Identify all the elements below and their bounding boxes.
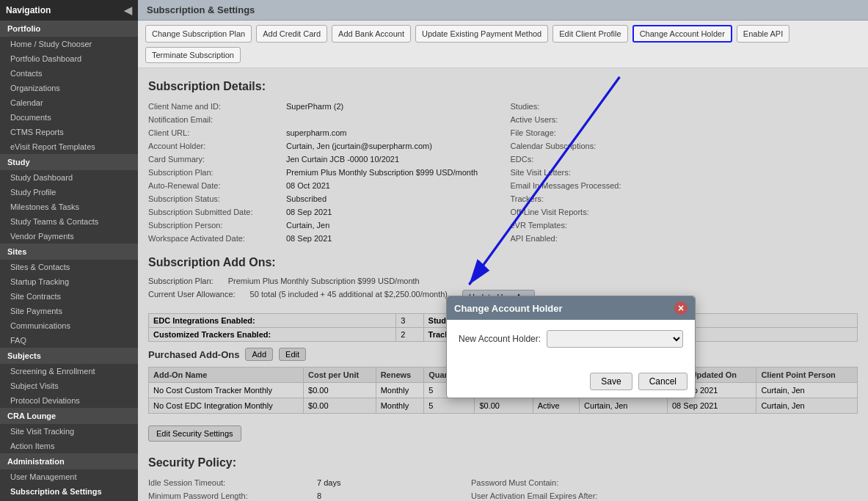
page-header: Subscription & Settings [138, 0, 868, 21]
sidebar-item-study-dashboard[interactable]: Study Dashboard [0, 170, 138, 185]
sidebar-header: Navigation ◀ [0, 0, 138, 21]
sidebar-item-calendar[interactable]: Calendar [0, 95, 138, 110]
sidebar-section-subjects[interactable]: Subjects [0, 348, 138, 364]
sidebar-item-site-payments[interactable]: Site Payments [0, 304, 138, 318]
sidebar-item-milestones[interactable]: Milestones & Tasks [0, 200, 138, 214]
sidebar-item-protocol-deviations[interactable]: Protocol Deviations [0, 393, 138, 408]
new-account-holder-field: New Account Holder: [459, 330, 683, 348]
sidebar-title: Navigation [6, 5, 51, 15]
sidebar-item-startup-tracking[interactable]: Startup Tracking [0, 274, 138, 289]
sidebar-item-organizations[interactable]: Organizations [0, 81, 138, 95]
update-payment-method-button[interactable]: Update Existing Payment Method [415, 25, 548, 43]
sidebar-item-vendor-payments[interactable]: Vendor Payments [0, 229, 138, 244]
sidebar-collapse-btn[interactable]: ◀ [124, 4, 132, 16]
page-title: Subscription & Settings [147, 4, 255, 15]
sidebar-section-study[interactable]: Study [0, 154, 138, 170]
modal-cancel-button[interactable]: Cancel [638, 373, 688, 390]
sidebar-item-portfolio-dashboard[interactable]: Portfolio Dashboard [0, 51, 138, 66]
modal-close-button[interactable]: × [674, 301, 688, 315]
sidebar-item-evisit[interactable]: eVisit Report Templates [0, 139, 138, 154]
content-area: Subscription Details: Client Name and ID… [138, 68, 868, 501]
enable-api-button[interactable]: Enable API [737, 25, 789, 43]
sidebar-item-user-management[interactable]: User Management [0, 469, 138, 484]
sidebar: Navigation ◀ Portfolio Home / Study Choo… [0, 0, 138, 501]
sidebar-item-ctms-reports[interactable]: CTMS Reports [0, 125, 138, 139]
new-account-holder-select[interactable] [547, 330, 683, 348]
sidebar-section-sites[interactable]: Sites [0, 244, 138, 260]
sidebar-item-site-contracts[interactable]: Site Contracts [0, 289, 138, 304]
sidebar-item-subscription-settings[interactable]: Subscription & Settings [0, 484, 138, 499]
new-account-holder-label: New Account Holder: [459, 334, 541, 344]
add-credit-card-button[interactable]: Add Credit Card [256, 25, 327, 43]
modal-title: Change Account Holder [454, 303, 563, 314]
change-account-holder-button[interactable]: Change Account Holder [632, 25, 732, 43]
sidebar-item-documents[interactable]: Documents [0, 110, 138, 125]
sidebar-item-site-visit-tracking[interactable]: Site Visit Tracking [0, 424, 138, 439]
sidebar-item-subject-visits[interactable]: Subject Visits [0, 379, 138, 393]
modal-save-button[interactable]: Save [590, 373, 632, 390]
sidebar-item-study-profile[interactable]: Study Profile [0, 185, 138, 200]
modal-dialog: Change Account Holder × New Account Hold… [446, 296, 696, 398]
sidebar-section-cra[interactable]: CRA Lounge [0, 408, 138, 424]
sidebar-item-communications[interactable]: Communications [0, 318, 138, 333]
modal-body: New Account Holder: [447, 320, 695, 368]
sidebar-section-administration[interactable]: Administration [0, 453, 138, 469]
sidebar-item-faq[interactable]: FAQ [0, 333, 138, 348]
modal-actions: Save Cancel [447, 368, 695, 398]
modal-header: Change Account Holder × [447, 296, 695, 320]
add-bank-account-button[interactable]: Add Bank Account [332, 25, 411, 43]
sidebar-section-portfolio[interactable]: Portfolio [0, 21, 138, 37]
sidebar-item-contacts[interactable]: Contacts [0, 66, 138, 81]
edit-client-profile-button[interactable]: Edit Client Profile [552, 25, 627, 43]
main-content: Subscription & Settings Change Subscript… [138, 0, 868, 501]
sidebar-item-action-items[interactable]: Action Items [0, 439, 138, 453]
sidebar-item-home[interactable]: Home / Study Chooser [0, 37, 138, 51]
terminate-subscription-button[interactable]: Terminate Subscription [145, 47, 241, 63]
toolbar: Change Subscription Plan Add Credit Card… [138, 21, 868, 68]
sidebar-item-study-teams[interactable]: Study Teams & Contacts [0, 214, 138, 229]
modal-overlay: Change Account Holder × New Account Hold… [138, 68, 868, 501]
sidebar-item-screening[interactable]: Screening & Enrollment [0, 364, 138, 379]
change-subscription-plan-button[interactable]: Change Subscription Plan [145, 25, 252, 43]
sidebar-item-sites-contacts[interactable]: Sites & Contacts [0, 260, 138, 274]
